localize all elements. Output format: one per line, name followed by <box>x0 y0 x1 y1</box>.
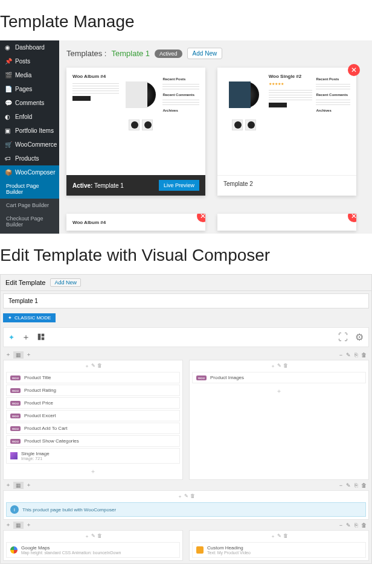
col-edit-button[interactable]: ✎ <box>277 363 281 369</box>
vc-element-product-price[interactable]: wooProduct Price <box>6 397 180 409</box>
row-collapse-button[interactable]: − <box>339 352 342 358</box>
vc-element-product-add-to-cart[interactable]: wooProduct Add To Cart <box>6 423 180 434</box>
woo-badge-icon: woo <box>196 375 207 380</box>
col-edit-button[interactable]: ✎ <box>91 533 95 540</box>
media-icon: 🎬 <box>5 72 12 78</box>
pin-icon: 📌 <box>5 58 12 65</box>
col-delete-button[interactable]: 🗑 <box>97 533 102 540</box>
col-delete-button[interactable]: 🗑 <box>97 363 102 369</box>
vc-column-left[interactable]: ＋✎🗑 wooProduct TitlewooProduct Ratingwoo… <box>3 360 183 480</box>
sidebar-recent-comments: Recent Comments <box>162 93 199 97</box>
row-add-button[interactable]: ＋ <box>5 351 11 359</box>
template-card-3[interactable]: ✕ Woo Album #4 <box>66 214 205 231</box>
section-title-vc: Edit Template with Visual Composer <box>0 234 372 274</box>
col-add-button[interactable]: ＋ <box>271 363 275 369</box>
submenu-order-received-builder[interactable]: Order Received Builder <box>0 231 59 234</box>
dash-icon: ◉ <box>5 44 12 51</box>
vc-column-right[interactable]: ＋✎🗑 woo Product Images ＋ <box>189 360 369 480</box>
sidebar-recent-comments: Recent Comments <box>316 93 350 97</box>
vc-element-google-maps[interactable]: Google MapsMap height: standard CSS Anim… <box>6 542 180 558</box>
col-edit-button[interactable]: ✎ <box>91 363 95 369</box>
col-delete-button[interactable]: 🗑 <box>283 533 288 540</box>
live-preview-button[interactable]: Live Preview <box>159 180 199 191</box>
classic-mode-button[interactable]: ✦ CLASSIC MODE <box>3 313 56 322</box>
row-add-button[interactable]: ＋ <box>26 351 31 359</box>
vc-add-new-button[interactable]: Add New <box>50 278 81 287</box>
col-add-button[interactable]: ＋ <box>85 363 89 369</box>
col-edit-button[interactable]: ✎ <box>277 533 281 540</box>
wp-admin-panel: ◉Dashboard📌Posts🎬Media📄Pages💬Comments◐En… <box>0 40 372 234</box>
row-delete-button[interactable]: 🗑 <box>361 482 367 488</box>
row-collapse-button[interactable]: − <box>339 522 342 528</box>
template-card-4[interactable]: ✕ <box>217 214 356 231</box>
vc-element-product-show-categories[interactable]: wooProduct Show Categories <box>6 435 180 447</box>
vc-toolbar: ✦ ＋ ⛶ ⚙ <box>3 327 369 347</box>
admin-menu-portfolio-items[interactable]: ▣Portfolio Items <box>0 124 59 138</box>
admin-menu-woocommerce[interactable]: 🛒WooCommerce <box>0 138 59 152</box>
actived-badge: Actived <box>155 50 182 58</box>
settings-button[interactable]: ⚙ <box>355 331 364 343</box>
admin-menu-dashboard[interactable]: ◉Dashboard <box>0 40 59 54</box>
row-delete-button[interactable]: 🗑 <box>361 522 367 528</box>
templates-button[interactable] <box>37 332 45 343</box>
row-add-button[interactable]: ＋ <box>5 481 11 489</box>
fullscreen-button[interactable]: ⛶ <box>338 332 348 343</box>
row-drag-handle[interactable]: ▦ <box>13 482 24 489</box>
row-add-button[interactable]: ＋ <box>26 481 31 489</box>
admin-menu-enfold[interactable]: ◐Enfold <box>0 110 59 124</box>
row-drag-handle[interactable]: ▦ <box>13 351 24 359</box>
template-card-2[interactable]: ✕ Woo Single #2 ★★★★★ <box>217 68 356 196</box>
vc-element-product-title[interactable]: wooProduct Title <box>6 372 180 383</box>
row-collapse-button[interactable]: − <box>339 482 342 488</box>
vc-column-left[interactable]: ＋✎🗑 Google MapsMap height: standard CSS … <box>3 530 183 561</box>
vc-element-product-rating[interactable]: wooProduct Rating <box>6 385 180 396</box>
column-add-button[interactable]: ＋ <box>5 465 181 478</box>
templates-header: Templates : Template 1 Actived Add New <box>66 48 365 59</box>
add-element-button[interactable]: ＋ <box>22 332 30 343</box>
add-new-button[interactable]: Add New <box>187 48 223 59</box>
heading-icon <box>196 546 204 554</box>
vc-element-info[interactable]: i This product page build with WooCompos… <box>6 502 366 517</box>
row-drag-handle[interactable]: ▦ <box>13 522 24 529</box>
admin-menu-products[interactable]: 🏷Products <box>0 152 59 165</box>
vc-element-product-images[interactable]: woo Product Images <box>192 372 366 383</box>
col-add-button[interactable]: ＋ <box>271 533 275 540</box>
row-delete-button[interactable]: 🗑 <box>361 352 367 358</box>
row-clone-button[interactable]: ⎘ <box>354 482 358 488</box>
column-add-button[interactable]: ＋ <box>191 385 367 398</box>
submenu-checkout-page-builder[interactable]: Checkout Page Builder <box>0 212 59 231</box>
col-add-button[interactable]: ＋ <box>85 533 89 540</box>
admin-menu-posts[interactable]: 📌Posts <box>0 54 59 68</box>
svg-rect-2 <box>42 337 45 340</box>
delete-template-button[interactable]: ✕ <box>348 64 360 76</box>
row-edit-button[interactable]: ✎ <box>346 522 351 528</box>
row-add-button[interactable]: ＋ <box>26 521 31 529</box>
row-clone-button[interactable]: ⎘ <box>354 522 358 528</box>
row-add-button[interactable]: ＋ <box>5 521 11 529</box>
col-edit-button[interactable]: ✎ <box>184 493 188 500</box>
admin-menu-comments[interactable]: 💬Comments <box>0 96 59 110</box>
template-title-input[interactable]: Template 1 <box>3 293 369 308</box>
template-footer: Active: Template 1 Live Preview <box>66 175 205 196</box>
admin-sidebar: ◉Dashboard📌Posts🎬Media📄Pages💬Comments◐En… <box>0 40 59 234</box>
submenu-product-page-builder[interactable]: Product Page Builder <box>0 179 59 199</box>
vc-column-full[interactable]: ＋✎🗑 i This product page build with WooCo… <box>3 490 369 520</box>
row-edit-button[interactable]: ✎ <box>346 482 351 488</box>
vc-column-right[interactable]: ＋✎🗑 Custom HeadingText: My Product Video <box>189 530 369 561</box>
row-edit-button[interactable]: ✎ <box>346 352 351 358</box>
admin-menu-media[interactable]: 🎬Media <box>0 68 59 82</box>
edit-template-label: Edit Template <box>5 279 45 286</box>
row-clone-button[interactable]: ⎘ <box>354 352 358 358</box>
thumb-icon <box>232 120 243 130</box>
col-delete-button[interactable]: 🗑 <box>190 493 195 500</box>
admin-menu-pages[interactable]: 📄Pages <box>0 82 59 96</box>
vc-element-single-image[interactable]: Single ImageImage: 721 <box>6 448 180 464</box>
col-delete-button[interactable]: 🗑 <box>283 363 288 369</box>
admin-menu-woocomposer[interactable]: 📦WooComposer <box>0 165 59 179</box>
vc-element-product-excert[interactable]: wooProduct Excert <box>6 410 180 421</box>
svg-rect-1 <box>42 333 45 336</box>
template-card-1[interactable]: Woo Album #4 Recent Posts <box>66 68 205 196</box>
submenu-cart-page-builder[interactable]: Cart Page Builder <box>0 199 59 212</box>
vc-element-custom-heading[interactable]: Custom HeadingText: My Product Video <box>192 542 366 558</box>
col-add-button[interactable]: ＋ <box>178 493 182 500</box>
